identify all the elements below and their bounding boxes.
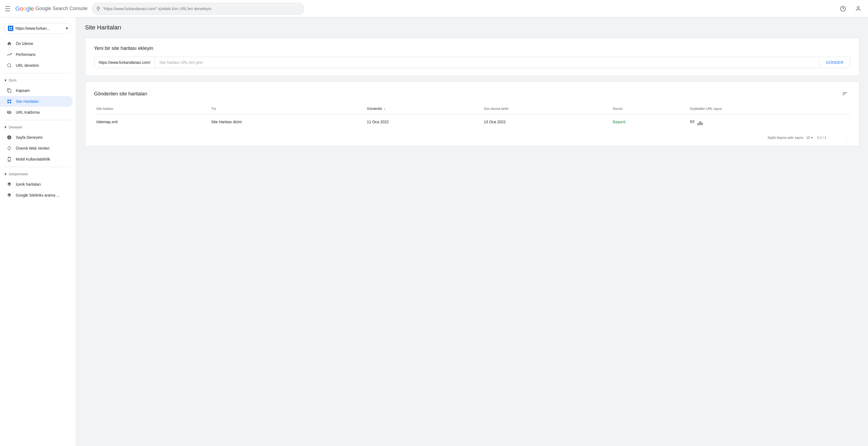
rows-per-page: Sayfa başına satır sayısı: 10 ▾ [768, 136, 813, 140]
section-deneyim-header[interactable]: ▾ Deneyim [0, 122, 76, 132]
refresh-icon [6, 146, 12, 151]
sidebar-item-icerik-haritalari[interactable]: İçerik haritaları [0, 179, 73, 190]
sitemap-url-prefix: https://www.furkandanaci.com/ [94, 57, 155, 68]
site-icon [8, 26, 13, 31]
col-sitemap: Site haritası [94, 103, 209, 114]
svg-point-2 [857, 6, 859, 8]
search-input[interactable] [103, 6, 300, 11]
main-content: Site Haritaları Yeni bir site haritası e… [76, 18, 868, 446]
sidebar-item-sitelinks[interactable]: Google Sitelinks arama ... [0, 190, 73, 201]
section-dizin-header[interactable]: ▾ Dizin [0, 76, 76, 85]
cell-son-okuma: 13 Oca 2022 [482, 114, 611, 130]
grid-icon [6, 99, 12, 104]
sitemap-input-row: https://www.furkandanaci.com/ GÖNDER [94, 57, 850, 68]
submit-button[interactable]: GÖNDER [819, 58, 850, 67]
help-button[interactable] [837, 3, 848, 14]
sort-icon: ↓ [384, 107, 385, 111]
sidebar-label-web-verileri: Önemli Web Verileri [16, 146, 49, 150]
section-dizin: ▾ Dizin Kapsam Site Haritaları URL Kald [0, 76, 76, 118]
add-sitemap-card: Yeni bir site haritası ekleyin https://w… [85, 38, 859, 76]
submitted-title: Gönderilen site haritaları [94, 91, 147, 97]
collapse-gelistirmeler-icon: ▾ [4, 172, 6, 177]
section-gelistirmeler-header[interactable]: ▾ Geliştirmeler [0, 169, 76, 179]
cell-sitemap: /sitemap.xml [94, 114, 209, 130]
rows-per-page-label: Sayfa başına satır sayısı: [768, 136, 804, 140]
sidebar-label-url-kaldirma: URL Kaldırma [16, 110, 39, 115]
section-deneyim: ▾ Deneyim Sayfa Deneyimi Önemli Web Veri… [0, 122, 76, 165]
submitted-header: Gönderilen site haritaları [85, 82, 859, 103]
section-gelistirmeler: ▾ Geliştirmeler İçerik haritaları Google… [0, 169, 76, 201]
add-sitemap-title: Yeni bir site haritası ekleyin [94, 46, 850, 51]
section-dizin-label: Dizin [9, 79, 17, 82]
page-title: Site Haritaları [85, 24, 859, 31]
file-copy-icon [6, 88, 12, 93]
sitemap-url-input[interactable] [155, 57, 819, 68]
sidebar-item-url-kaldirma[interactable]: URL Kaldırma [0, 107, 73, 118]
search-sidebar-icon [6, 63, 12, 68]
sidebar-label-url-denetimi: URL denetimi [16, 63, 39, 68]
smartphone-icon [6, 156, 12, 162]
hamburger-menu[interactable] [4, 5, 11, 12]
pagination-row: Sayfa başına satır sayısı: 10 ▾ 1-1 / 1 … [85, 129, 859, 146]
svg-rect-4 [11, 27, 12, 28]
sidebar-item-mobil[interactable]: Mobil Kullanılabilirlik [0, 154, 73, 165]
table-container: Site haritası Tür Gönderildi ↓ Son okuma… [85, 103, 859, 129]
sidebar-item-site-haritalari[interactable]: Site Haritaları [0, 96, 73, 107]
search-icon: ⚲ [96, 6, 100, 12]
col-son-okuma: Son okuma tarihi [482, 103, 611, 114]
trending-up-icon [6, 52, 12, 57]
rows-select[interactable]: 10 ▾ [806, 136, 813, 140]
col-url-sayisi: Keşfedilen URL sayısı [688, 103, 850, 114]
sidebar-label-icerik-haritalari: İçerik haritaları [16, 182, 41, 186]
divider-2 [4, 120, 72, 120]
cell-durum: Başarılı [611, 114, 688, 130]
main-nav: Ön İzleme Performans URL denetimi [0, 38, 76, 71]
app-title: Google Search Console [35, 6, 88, 11]
site-selector[interactable]: https://www.furkan... ▾ [4, 23, 72, 34]
sidebar-item-kapsam[interactable]: Kapsam [0, 85, 73, 96]
sidebar-label-mobil: Mobil Kullanılabilirlik [16, 157, 50, 161]
sidebar-item-performans[interactable]: Performans [0, 49, 73, 60]
sidebar: https://www.furkan... ▾ Ön İzleme Perfor… [0, 18, 76, 446]
logo-area: Google Google Search Console [15, 5, 88, 12]
table-row: /sitemap.xml Site Haritası dizini 11 Oca… [94, 114, 850, 130]
rows-chevron-icon: ▾ [811, 136, 813, 140]
svg-rect-3 [9, 27, 10, 28]
layers2-icon [6, 192, 12, 198]
cell-tur: Site Haritası dizini [209, 114, 365, 130]
top-nav: Google Google Search Console ⚲ [0, 0, 868, 18]
filter-button[interactable] [839, 88, 850, 99]
sidebar-label-sayfa-deneyimi: Sayfa Deneyimi [16, 135, 42, 140]
sidebar-item-on-izleme[interactable]: Ön İzleme [0, 38, 73, 49]
sidebar-item-web-verileri[interactable]: Önemli Web Verileri [0, 143, 73, 154]
visibility-off-icon [6, 110, 12, 115]
col-tur: Tür [209, 103, 365, 114]
sidebar-label-sitelinks: Google Sitelinks arama ... [16, 193, 59, 197]
svg-point-7 [7, 63, 11, 67]
collapse-deneyim-icon: ▾ [4, 125, 6, 130]
sidebar-label-kapsam: Kapsam [16, 88, 30, 93]
divider-3 [4, 167, 72, 167]
sidebar-label-performans: Performans [16, 52, 35, 57]
sitemaps-table: Site haritası Tür Gönderildi ↓ Son okuma… [94, 103, 850, 129]
rows-per-page-value: 10 [806, 136, 810, 140]
google-logo: Google [15, 5, 34, 12]
sidebar-item-sayfa-deneyimi[interactable]: Sayfa Deneyimi [0, 132, 73, 143]
account-button[interactable] [853, 3, 864, 14]
col-gonderildi[interactable]: Gönderildi ↓ [365, 103, 482, 114]
svg-rect-5 [9, 29, 10, 30]
svg-line-8 [10, 66, 11, 67]
layers-icon [6, 182, 12, 187]
sidebar-item-url-denetimi[interactable]: URL denetimi [0, 60, 73, 71]
sidebar-label-site-haritalari: Site Haritaları [16, 99, 39, 103]
page-info: 1-1 / 1 [817, 136, 826, 140]
prev-page-button[interactable]: ‹ [831, 134, 838, 142]
svg-rect-6 [11, 29, 12, 30]
collapse-icon: ▾ [4, 78, 6, 83]
bar-chart-icon[interactable] [698, 119, 704, 125]
section-deneyim-label: Deneyim [9, 125, 22, 129]
chevron-down-icon: ▾ [66, 25, 68, 31]
next-page-button[interactable]: › [843, 134, 850, 142]
cell-gonderildi: 11 Oca 2022 [365, 114, 482, 130]
search-bar[interactable]: ⚲ [92, 3, 304, 15]
